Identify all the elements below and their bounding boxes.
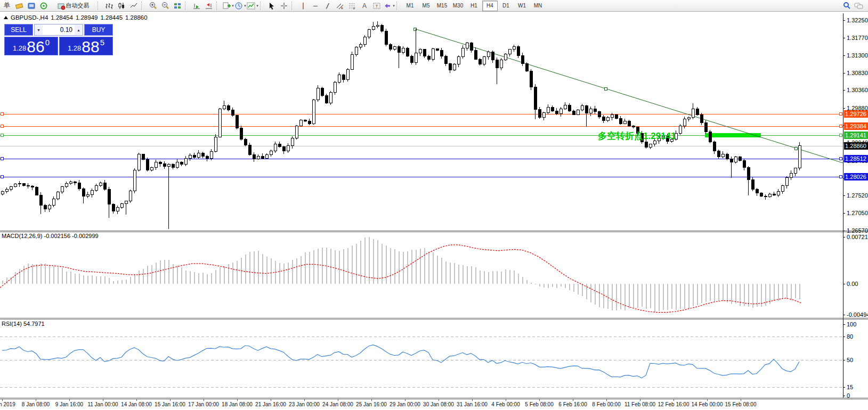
svg-text:100: 100 xyxy=(847,321,856,327)
timeframe-m15[interactable]: M15 xyxy=(434,1,450,11)
vertical-line-tool-icon[interactable]: | xyxy=(297,1,309,11)
svg-text:1.29384: 1.29384 xyxy=(845,123,866,129)
svg-text:15 Feb 08:00: 15 Feb 08:00 xyxy=(725,401,757,407)
svg-text:17 Jan 00:00: 17 Jan 00:00 xyxy=(188,401,219,407)
macd-label: MACD(12,26,9) -0.002156 -0.002999 xyxy=(2,233,99,239)
svg-text:T: T xyxy=(376,4,378,9)
timeframe-m5[interactable]: M5 xyxy=(418,1,434,11)
toolbar-separator xyxy=(216,2,221,10)
auto-scroll-icon[interactable] xyxy=(191,1,202,11)
candlestick-series xyxy=(1,21,801,228)
svg-text:9 Jan 16:00: 9 Jan 16:00 xyxy=(55,401,84,407)
horizontal-level-lines[interactable] xyxy=(0,113,843,178)
svg-text:1.28026: 1.28026 xyxy=(845,174,866,180)
svg-text:1.32250: 1.32250 xyxy=(847,17,868,23)
svg-text:1.27520: 1.27520 xyxy=(847,192,868,199)
arrows-tool-button[interactable]: ▾ xyxy=(383,1,395,11)
svg-text:11 Jan 00:00: 11 Jan 00:00 xyxy=(87,401,118,407)
main-toolbar: 单 自动交易 ▾ ▾ ▾ | — / E F xyxy=(0,0,868,12)
cursor-tool-icon[interactable] xyxy=(266,1,278,11)
svg-text:29 Jan 00:00: 29 Jan 00:00 xyxy=(390,401,420,407)
chat-icon[interactable] xyxy=(853,1,865,11)
svg-text:1.28860: 1.28860 xyxy=(845,143,866,149)
svg-text:1.30360: 1.30360 xyxy=(847,87,868,93)
new-chart-button[interactable]: ▾ xyxy=(222,1,234,11)
annotation-text[interactable]: 多空转折点1.29141 xyxy=(598,130,676,141)
crosshair-tool-icon[interactable] xyxy=(278,1,290,11)
zoom-in-icon[interactable] xyxy=(147,1,159,11)
autotrading-label: 自动交易 xyxy=(66,2,90,10)
new-order-icon[interactable] xyxy=(13,1,25,11)
svg-text:1.26570: 1.26570 xyxy=(847,227,868,234)
toolbar-separator xyxy=(98,2,102,10)
macd-panel: MACD(12,26,9) -0.002156 -0.0029990.00721… xyxy=(0,233,868,318)
search-icon[interactable] xyxy=(841,1,853,11)
svg-text:11 Feb 08:00: 11 Feb 08:00 xyxy=(624,401,656,407)
order-menu-label[interactable]: 单 xyxy=(1,1,13,11)
svg-text:12 Feb 16:00: 12 Feb 16:00 xyxy=(658,401,689,407)
svg-text:14 Jan 08:00: 14 Jan 08:00 xyxy=(121,401,152,407)
svg-text:E: E xyxy=(341,6,343,10)
timeframe-d1[interactable]: D1 xyxy=(498,1,514,11)
svg-text:25 Jan 16:00: 25 Jan 16:00 xyxy=(356,401,387,407)
metaeditor-icon[interactable] xyxy=(26,1,37,11)
svg-text:15: 15 xyxy=(847,384,853,390)
toolbar-separator xyxy=(260,2,264,10)
svg-text:1.30830: 1.30830 xyxy=(847,70,868,76)
rsi-panel: RSI(14) 54.79711008050150 xyxy=(0,321,856,399)
trendline[interactable] xyxy=(413,28,843,163)
svg-text:24 Jan 08:00: 24 Jan 08:00 xyxy=(322,401,353,407)
chart-shift-icon[interactable] xyxy=(203,1,215,11)
periods-button[interactable]: ▾ xyxy=(234,1,246,11)
level-highlight-bar xyxy=(705,133,761,137)
price-tags: 1.297261.293841.291411.285121.280261.288… xyxy=(844,110,868,181)
candlestick-mode-icon[interactable] xyxy=(116,1,127,11)
text-label-tool-icon[interactable]: T xyxy=(371,1,383,11)
svg-text:31 Jan 16:00: 31 Jan 16:00 xyxy=(457,401,488,407)
autotrading-button[interactable]: 自动交易 xyxy=(50,1,96,11)
trendline-tool-icon[interactable]: / xyxy=(322,1,334,11)
rsi-label: RSI(14) 54.7971 xyxy=(2,321,45,327)
toolbar-separator xyxy=(291,2,296,10)
svg-text:30 Jan 08:00: 30 Jan 08:00 xyxy=(423,401,454,407)
timeframe-w1[interactable]: W1 xyxy=(514,1,530,11)
time-axis: 7 Jan 20198 Jan 08:009 Jan 16:0011 Jan 0… xyxy=(0,399,757,407)
svg-text:6 Feb 16:00: 6 Feb 16:00 xyxy=(558,401,587,407)
timeframe-h1[interactable]: H1 xyxy=(466,1,482,11)
fibonacci-tool-icon[interactable]: F xyxy=(346,1,358,11)
svg-text:0.007216: 0.007216 xyxy=(847,234,868,240)
svg-text:8 Jan 08:00: 8 Jan 08:00 xyxy=(22,401,50,407)
svg-text:0.00: 0.00 xyxy=(847,281,858,287)
price-chart[interactable]: 多空转折点1.291411.322501.317701.313001.30830… xyxy=(0,12,868,410)
svg-text:8 Feb 00:00: 8 Feb 00:00 xyxy=(592,401,621,407)
svg-text:14 Feb 00:00: 14 Feb 00:00 xyxy=(692,401,723,407)
text-tool-icon[interactable]: A xyxy=(359,1,370,11)
svg-text:15 Jan 16:00: 15 Jan 16:00 xyxy=(155,401,185,407)
svg-text:F: F xyxy=(353,7,355,10)
horizontal-line-tool-icon[interactable]: — xyxy=(310,1,321,11)
timeframe-m1[interactable]: M1 xyxy=(402,1,418,11)
timeframe-mn[interactable]: MN xyxy=(530,1,546,11)
indicators-button[interactable]: ▾ xyxy=(247,1,258,11)
svg-text:4 Feb 00:00: 4 Feb 00:00 xyxy=(491,401,520,407)
svg-text:50: 50 xyxy=(847,357,853,363)
timeframe-m30[interactable]: M30 xyxy=(450,1,466,11)
svg-text:1.29726: 1.29726 xyxy=(845,111,866,117)
toolbar-separator xyxy=(185,2,189,10)
svg-text:-0.004943: -0.004943 xyxy=(847,311,868,318)
bar-chart-mode-icon[interactable] xyxy=(103,1,115,11)
svg-text:80: 80 xyxy=(847,333,853,340)
toolbar-separator xyxy=(141,2,145,10)
channel-tool-icon[interactable]: E xyxy=(334,1,346,11)
timeframe-h4[interactable]: H4 xyxy=(482,1,498,11)
svg-text:0: 0 xyxy=(847,392,850,399)
svg-text:1.28512: 1.28512 xyxy=(845,155,866,162)
zoom-out-icon[interactable] xyxy=(159,1,171,11)
svg-text:5 Feb 08:00: 5 Feb 08:00 xyxy=(525,401,554,407)
svg-text:21 Jan 16:00: 21 Jan 16:00 xyxy=(255,401,286,407)
svg-text:18 Jan 08:00: 18 Jan 08:00 xyxy=(222,401,253,407)
tile-windows-icon[interactable] xyxy=(172,1,183,11)
line-chart-mode-icon[interactable] xyxy=(128,1,140,11)
signals-icon[interactable] xyxy=(38,1,50,11)
svg-text:23 Jan 00:00: 23 Jan 00:00 xyxy=(289,401,320,407)
